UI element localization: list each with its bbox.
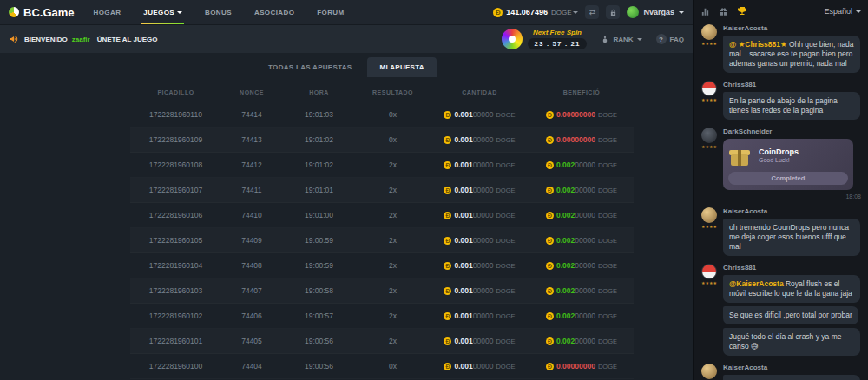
chat-message-list[interactable]: ★★★★KaiserAcosta@ ★Chriss881★ Ohh que bi… [694,23,868,380]
coindrop-title: CoinDrops [759,147,799,156]
leaderboard-icon[interactable] [700,7,710,16]
currency-label: DOGE [496,287,515,295]
trophy-icon[interactable] [737,6,747,16]
currency-label: DOGE [496,136,515,144]
value-main: 0.00100000 [454,236,493,245]
mention[interactable]: @ ★Chriss881★ [729,40,789,49]
cell-amount: Đ0.00100000DOGE [430,337,529,345]
nav-item-hogar[interactable]: HOGAR [94,0,122,24]
cell-amount: Đ0.00100000DOGE [430,311,529,320]
nav-item-juegos[interactable]: JUEGOS [143,0,182,24]
cell-amount: Đ0.00100000DOGE [430,286,529,295]
chat-group-content: Chriss881En la parte de abajo de la pagi… [723,81,861,120]
chat-message-group: ★★★★KaiserAcosta@ ★Chriss881★ Ohh que bi… [700,24,861,73]
cell-time: 19:00:57 [282,311,356,320]
chat-message: Se que es difícil ,pero total por probar [723,306,858,324]
avatar[interactable] [701,264,717,279]
cell-result: 2x [356,337,430,345]
logo[interactable]: BC.Game [9,6,75,19]
doge-coin-icon: Đ [546,187,554,194]
cell-nonce: 74405 [221,337,282,345]
doge-coin-icon: Đ [546,136,554,144]
avatar[interactable] [701,81,717,96]
free-spin-title: Next Free Spin [533,29,582,36]
column-header: NONCE [221,89,282,95]
tab-my-bets[interactable]: MI APUESTA [367,57,436,77]
cell-amount: Đ0.00100000DOGE [430,161,529,169]
swap-icon[interactable]: ⇄ [585,5,599,19]
cell-hash: 1722281960110 [130,110,221,119]
cell-nonce: 74407 [221,286,282,295]
table-row[interactable]: 17222819601047440819:00:592xĐ0.00100000D… [130,253,634,278]
table-row[interactable]: 17222819601077441119:01:012xĐ0.00100000D… [130,178,634,203]
language-selector[interactable]: Español [824,7,861,16]
completed-button[interactable]: Completed [728,172,848,185]
currency-label: DOGE [598,136,617,144]
value-main: 0.00200000 [556,311,595,320]
user-menu[interactable]: Nvargas [627,6,684,18]
rank-label: RANK [613,36,633,43]
avatar[interactable] [701,207,717,223]
table-row[interactable]: 17222819601027440619:00:572xĐ0.00100000D… [130,304,634,329]
chat-username[interactable]: KaiserAcosta [723,364,767,371]
coindrop-card[interactable]: CoinDropsGood Luck!Completed [723,139,853,190]
faq-label: FAQ [670,36,684,43]
nav-item-bonus[interactable]: BONUS [205,0,232,24]
currency-label: DOGE [598,161,617,169]
spin-wheel-icon [502,29,523,49]
nav-item-asociado[interactable]: ASOCIADO [254,0,294,24]
chat-username[interactable]: Chriss881 [723,264,756,272]
column-header: BENEFICIÓ [529,89,634,95]
table-row[interactable]: 17222819601017440519:00:562xĐ0.00100000D… [130,329,634,354]
nav-item-label: BONUS [205,9,232,16]
chat-group-content: Chriss881@KaiserAcosta Royal flush es el… [723,264,861,356]
rank-dropdown[interactable]: RANK [601,35,641,43]
tab-all-bets[interactable]: TODAS LAS APUESTAS [256,57,364,77]
join-game-label[interactable]: ÚNETE AL JUEGO [97,36,158,43]
cell-time: 19:01:03 [282,110,356,119]
cell-time: 19:01:02 [282,135,356,144]
avatar[interactable] [701,364,717,379]
chevron-down-icon [573,11,578,14]
chat-message: @ ★Chriss881★ Ohh que bien, nada mal... … [723,36,860,73]
cell-time: 19:00:59 [282,236,356,245]
mention[interactable]: @KaiserAcosta [729,279,786,288]
chat-message-group: ★★★★KaiserAcostaoh tremendo CounDrops pe… [700,207,861,256]
nav-item-forum[interactable]: FÓRUM [317,0,344,24]
chat-user-column: ★★★★ [700,24,718,73]
currency-label: DOGE [598,312,617,320]
table-row[interactable]: 17222819601007440419:00:560xĐ0.00100000D… [130,354,634,379]
currency-label: DOGE [598,287,617,295]
cell-profit: Đ0.00000000DOGE [529,110,634,119]
table-row[interactable]: 17222819601037440719:00:582xĐ0.00100000D… [130,278,634,304]
chat-username[interactable]: KaiserAcosta [723,207,767,215]
vault-icon[interactable] [606,5,620,19]
table-row[interactable]: 17222819601087441219:01:022xĐ0.00100000D… [130,153,634,178]
chat-group-content: DarkSchneiderCoinDropsGood Luck!Complete… [723,128,861,200]
free-spin-widget[interactable]: Next Free Spin 23 : 57 : 21 [502,29,588,49]
chat-username[interactable]: DarkSchneider [723,128,772,135]
cell-result: 0x [356,110,430,119]
chat-message-group: ★★★★Chriss881@KaiserAcosta Royal flush e… [700,264,861,356]
my-bets-table: PICADILLONONCEHORARESULTADOCANTIDADBENEF… [130,82,634,379]
doge-coin-icon: Đ [546,237,554,245]
cell-nonce: 74410 [221,211,282,219]
cell-hash: 1722281960103 [130,286,221,295]
faq-button[interactable]: ? FAQ [656,34,684,44]
chat-username[interactable]: KaiserAcosta [723,24,767,32]
table-header-row: PICADILLONONCEHORARESULTADOCANTIDADBENEF… [130,82,634,102]
cell-nonce: 74409 [221,236,282,245]
gift-icon[interactable] [719,7,728,16]
table-row[interactable]: 17222819601067441019:01:002xĐ0.00100000D… [130,203,634,228]
welcomed-username[interactable]: zaafir [72,36,90,43]
table-row[interactable]: 17222819601057440919:00:592xĐ0.00100000D… [130,228,634,253]
avatar[interactable] [701,128,717,143]
chat-username[interactable]: Chriss881 [723,81,756,88]
value-main: 0.00100000 [454,362,493,370]
table-row[interactable]: 17222819601097441319:01:020xĐ0.00100000D… [130,128,634,153]
avatar[interactable] [701,24,717,40]
value-main: 0.00100000 [454,110,493,119]
table-row[interactable]: 17222819601107441419:01:030xĐ0.00100000D… [130,102,634,128]
cell-profit: Đ0.00200000DOGE [529,236,634,245]
wallet-balance[interactable]: Đ 141.067496 DOGE [493,8,578,17]
